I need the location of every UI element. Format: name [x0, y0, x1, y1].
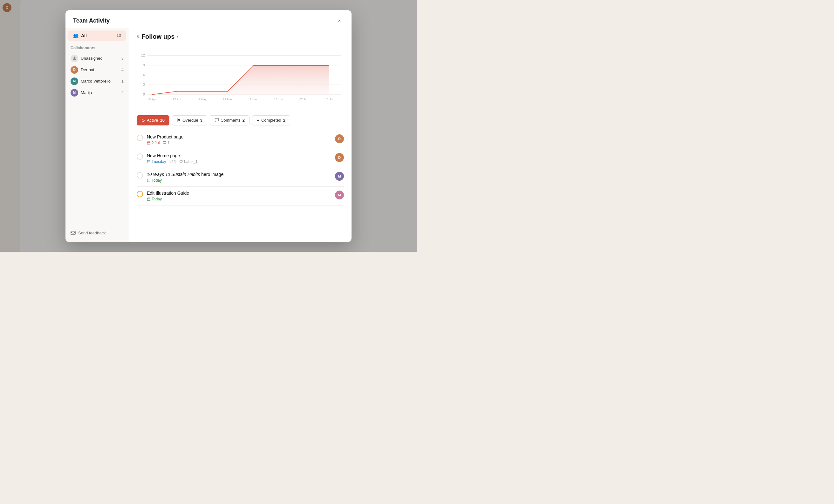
task-item: New Product page 2 Jul 1	[137, 131, 344, 149]
modal-header: Team Activity ×	[65, 10, 352, 28]
task-checkbox[interactable]	[137, 191, 143, 197]
active-tab-count: 10	[160, 118, 164, 122]
marija-count: 2	[122, 90, 124, 95]
completed-tab-icon: ●	[257, 118, 259, 122]
chart-svg: 12 9 6 3 0	[137, 45, 344, 109]
svg-text:3 Jun: 3 Jun	[249, 97, 257, 101]
all-count: 10	[117, 33, 121, 38]
unassigned-label: Unassigned	[81, 56, 119, 61]
collab-dermot[interactable]: D Dermot 4	[70, 64, 124, 75]
comments-tab-icon	[215, 118, 219, 123]
modal-title: Team Activity	[73, 18, 110, 24]
collab-marco[interactable]: M Marco Vettorello 1	[70, 75, 124, 87]
task-assignee-avatar: D	[335, 153, 344, 162]
task-assignee-avatar: D	[335, 134, 344, 143]
task-checkbox[interactable]	[137, 153, 143, 160]
tab-completed[interactable]: ● Completed 2	[252, 115, 290, 125]
task-assignee-avatar: M	[335, 172, 344, 181]
task-comment-count: 1	[163, 141, 170, 145]
svg-text:10 Jul: 10 Jul	[325, 97, 333, 101]
svg-point-0	[73, 56, 75, 59]
all-filter-item[interactable]: 👥 All 10	[68, 30, 126, 41]
collaborators-section: Collaborators Unassigned 3	[65, 42, 129, 101]
task-list: New Product page 2 Jul 1	[137, 131, 344, 237]
comments-tab-label: Comments	[221, 118, 241, 122]
svg-text:9: 9	[143, 63, 145, 67]
close-button[interactable]: ×	[335, 17, 344, 25]
collaborators-title: Collaborators	[70, 46, 124, 50]
comments-tab-count: 2	[242, 118, 245, 122]
task-due-date: Today	[147, 178, 162, 183]
right-panel: # Follow ups ▾ 12 9	[129, 28, 352, 242]
task-label: Label_1	[179, 159, 198, 164]
tab-active[interactable]: ⊙ Active 10	[137, 115, 169, 125]
team-activity-modal: Team Activity × 👥 All 10 Collaborators	[65, 10, 352, 242]
svg-text:22 May: 22 May	[223, 97, 233, 101]
section-header: # Follow ups ▾	[137, 33, 344, 40]
task-content: 10 Ways To Sustain Habits hero image Tod…	[147, 172, 331, 183]
dermot-count: 4	[122, 67, 124, 72]
section-title: Follow ups	[141, 33, 175, 40]
modal-overlay: Team Activity × 👥 All 10 Collaborators	[0, 0, 417, 252]
dermot-avatar: D	[70, 66, 78, 74]
marco-count: 1	[122, 79, 124, 84]
overdue-tab-icon: ⚑	[177, 118, 180, 122]
task-item: New Home page Tuesday 1	[137, 149, 344, 168]
dermot-name: Dermot	[81, 67, 119, 72]
task-comment-count: 1	[169, 159, 176, 164]
task-title: New Product page	[147, 134, 331, 139]
task-due-date: Tuesday	[147, 159, 166, 164]
task-title: Edit Illustration Guide	[147, 190, 331, 196]
task-checkbox[interactable]	[137, 172, 143, 179]
left-panel: 👥 All 10 Collaborators	[65, 28, 129, 242]
collab-unassigned[interactable]: Unassigned 3	[70, 53, 124, 64]
svg-text:0: 0	[143, 93, 145, 96]
marco-name: Marco Vettorello	[81, 79, 119, 84]
svg-text:15 Jun: 15 Jun	[274, 97, 283, 101]
modal-body: 👥 All 10 Collaborators	[65, 28, 352, 242]
task-item: Edit Illustration Guide Today M	[137, 187, 344, 205]
svg-text:27 Jun: 27 Jun	[300, 97, 308, 101]
task-content: Edit Illustration Guide Today	[147, 190, 331, 201]
svg-text:12: 12	[141, 53, 145, 57]
unassigned-count: 3	[122, 56, 124, 61]
unassigned-icon	[70, 54, 78, 62]
task-meta: Today	[147, 197, 331, 201]
tab-overdue[interactable]: ⚑ Overdue 3	[172, 115, 207, 125]
task-meta: Tuesday 1 Label_1	[147, 159, 331, 164]
svg-rect-21	[147, 160, 150, 163]
task-title: New Home page	[147, 153, 331, 158]
svg-text:6: 6	[143, 73, 145, 76]
filter-tabs: ⊙ Active 10 ⚑ Overdue 3	[137, 115, 344, 125]
task-content: New Home page Tuesday 1	[147, 153, 331, 164]
active-tab-icon: ⊙	[141, 118, 145, 122]
task-due-date: Today	[147, 197, 162, 201]
task-content: New Product page 2 Jul 1	[147, 134, 331, 145]
svg-text:27 Apr: 27 Apr	[173, 97, 181, 101]
task-title: 10 Ways To Sustain Habits hero image	[147, 172, 331, 177]
section-chevron-icon[interactable]: ▾	[176, 34, 178, 39]
svg-rect-1	[71, 231, 75, 235]
task-due-date: 2 Jul	[147, 141, 159, 145]
overdue-tab-count: 3	[200, 118, 202, 122]
task-checkbox[interactable]	[137, 135, 143, 141]
completed-tab-count: 2	[283, 118, 285, 122]
marija-avatar: M	[70, 89, 78, 96]
task-meta: Today	[147, 178, 331, 183]
task-meta: 2 Jul 1	[147, 141, 331, 145]
collab-marija[interactable]: M Marija 2	[70, 87, 124, 98]
tab-comments[interactable]: Comments 2	[210, 115, 249, 125]
svg-text:3: 3	[143, 83, 145, 86]
all-icon: 👥	[73, 33, 79, 38]
overdue-tab-label: Overdue	[182, 118, 198, 122]
all-label: All	[81, 33, 114, 38]
svg-rect-23	[147, 179, 150, 182]
svg-point-22	[181, 161, 182, 161]
completed-tab-label: Completed	[261, 118, 281, 122]
send-feedback-button[interactable]: Send feedback	[65, 227, 129, 239]
marija-name: Marija	[81, 90, 119, 95]
section-hash: #	[137, 34, 139, 39]
send-feedback-label: Send feedback	[78, 231, 106, 235]
svg-rect-24	[147, 198, 150, 200]
task-assignee-avatar: M	[335, 190, 344, 200]
